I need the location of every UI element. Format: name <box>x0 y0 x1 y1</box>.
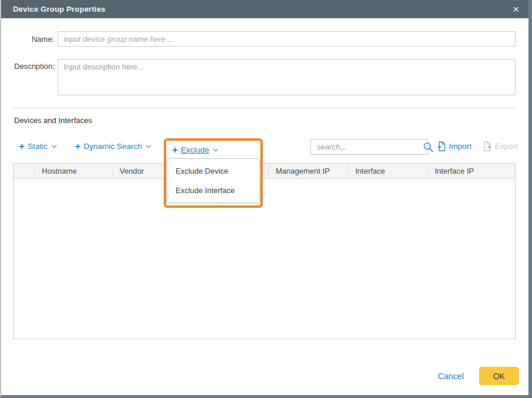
dynamic-search-dropdown-button[interactable]: + Dynamic Search <box>75 142 150 151</box>
plus-icon: + <box>172 146 178 154</box>
name-input[interactable] <box>58 31 516 47</box>
static-label: Static <box>28 142 48 151</box>
name-label: Name: <box>14 35 54 44</box>
column-header-management-ip[interactable]: Management IP <box>269 164 348 178</box>
dynamic-search-label: Dynamic Search <box>84 142 142 151</box>
export-label: Export <box>495 142 518 151</box>
column-header-interface[interactable]: Interface <box>348 164 428 178</box>
menu-item-exclude-interface[interactable]: Exclude Interface <box>167 181 259 200</box>
section-divider <box>13 108 516 108</box>
devices-table: Hostname Vendor Management IP Interface … <box>13 163 516 339</box>
toolbar: + Static + Dynamic Search <box>1 139 528 157</box>
search-box <box>310 139 428 155</box>
chevron-down-icon <box>51 143 56 148</box>
close-icon[interactable]: × <box>511 4 520 15</box>
exclude-dropdown-button[interactable]: + Exclude <box>166 141 223 158</box>
ok-button[interactable]: OK <box>479 367 519 385</box>
dialog-title: Device Group Properties <box>13 5 511 14</box>
exclude-dropdown-menu: Exclude Device Exclude Interface <box>167 158 260 203</box>
search-icon[interactable] <box>423 142 438 152</box>
description-label: Description: <box>14 59 54 71</box>
plus-icon: + <box>19 142 25 151</box>
table-header-row: Hostname Vendor Management IP Interface … <box>14 164 515 179</box>
plus-icon: + <box>75 142 81 151</box>
import-label: Import <box>449 142 471 151</box>
import-button[interactable]: Import <box>437 141 471 151</box>
menu-item-exclude-device[interactable]: Exclude Device <box>167 161 259 181</box>
chevron-down-icon <box>213 147 218 151</box>
search-input[interactable] <box>311 140 423 154</box>
form-area: Name: Description: <box>1 31 528 95</box>
chevron-down-icon <box>146 143 151 148</box>
exclude-label: Exclude <box>181 145 209 154</box>
device-group-properties-dialog: Device Group Properties × Name: Descript… <box>0 0 532 398</box>
column-header-select[interactable] <box>14 164 35 178</box>
section-title: Devices and Interfaces <box>14 116 516 125</box>
static-dropdown-button[interactable]: + Static <box>19 142 56 151</box>
export-file-icon <box>483 141 492 151</box>
column-header-interface-ip[interactable]: Interface IP <box>428 164 515 178</box>
cancel-button[interactable]: Cancel <box>438 372 464 381</box>
import-file-icon <box>437 141 446 151</box>
exclude-highlight-box: + Exclude Exclude Device Exclude Interfa… <box>164 138 263 208</box>
dialog-titlebar: Device Group Properties × <box>1 0 528 18</box>
dialog-footer: Cancel OK <box>438 367 519 385</box>
export-button: Export <box>483 141 518 151</box>
column-header-hostname[interactable]: Hostname <box>35 164 113 178</box>
table-body-empty <box>14 179 515 339</box>
description-input[interactable] <box>58 59 516 95</box>
